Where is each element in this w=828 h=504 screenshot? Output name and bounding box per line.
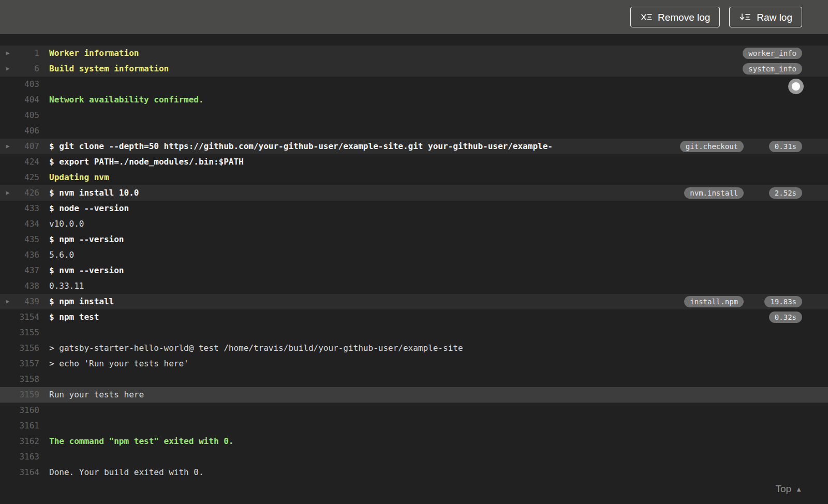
log-line: ▶ 406 xyxy=(0,123,828,139)
fold-toggle-icon[interactable]: ▶ xyxy=(0,61,16,77)
line-number[interactable]: 434 xyxy=(16,216,39,232)
top-link-label: Top xyxy=(775,483,791,495)
line-number[interactable]: 433 xyxy=(16,201,39,216)
log-line: ▶ 3161 xyxy=(0,418,828,434)
line-badges: git.checkout 0.31s xyxy=(680,141,802,152)
log-text: The command "npm test" exited with 0. xyxy=(49,434,802,449)
log-line: ▶ 424 $ export PATH=./node_modules/.bin:… xyxy=(0,154,828,170)
log-text: Updating nvm xyxy=(49,170,802,185)
log-text: $ nvm --version xyxy=(49,263,802,278)
line-number[interactable]: 407 xyxy=(16,139,39,154)
line-number[interactable]: 438 xyxy=(16,278,39,294)
log-text: Network availability confirmed. xyxy=(49,92,802,108)
fold-toggle-icon[interactable]: ▶ xyxy=(0,46,16,61)
log-line: ▶ 436 5.6.0 xyxy=(0,247,828,263)
line-number[interactable]: 3156 xyxy=(16,340,39,356)
fold-name-badge: install.npm xyxy=(684,296,744,307)
fold-name-badge: nvm.install xyxy=(684,187,744,199)
line-number[interactable]: 3155 xyxy=(16,325,39,340)
line-number[interactable]: 3157 xyxy=(16,356,39,372)
log-line: ▶ 3155 xyxy=(0,325,828,340)
line-number[interactable]: 425 xyxy=(16,170,39,185)
duration-badge: 0.31s xyxy=(769,141,802,152)
line-badges: install.npm 19.83s xyxy=(684,296,802,307)
fold-name-badge: worker_info xyxy=(743,48,802,59)
line-number[interactable]: 3161 xyxy=(16,418,39,434)
log-line: ▶ 404 Network availability confirmed. xyxy=(0,92,828,108)
log-line: ▶ 3158 xyxy=(0,372,828,387)
line-badges: system_info xyxy=(743,63,802,75)
log-line: ▶ 3156 > gatsby-starter-hello-world@ tes… xyxy=(0,340,828,356)
line-number[interactable]: 3159 xyxy=(16,387,39,403)
line-number[interactable]: 405 xyxy=(16,108,39,123)
log-line: ▶ 403 xyxy=(0,77,828,92)
line-number[interactable]: 404 xyxy=(16,92,39,108)
log-text: 0.33.11 xyxy=(49,278,802,294)
line-badges: worker_info xyxy=(743,48,802,59)
line-number[interactable]: 3160 xyxy=(16,403,39,418)
chevron-up-icon: ▲ xyxy=(795,485,802,493)
log-text: Done. Your build exited with 0. xyxy=(49,465,802,480)
line-number[interactable]: 1 xyxy=(16,46,39,61)
fold-toggle-icon[interactable]: ▶ xyxy=(0,139,16,154)
build-log: ▶ 1 Worker information worker_info ▶ 6 B… xyxy=(0,34,828,498)
log-line: ▶ 3159 Run your tests here xyxy=(0,387,828,403)
log-line: ▶ 405 xyxy=(0,108,828,123)
log-line: ▶ 437 $ nvm --version xyxy=(0,263,828,278)
log-line: ▶ 426 $ nvm install 10.0 nvm.install 2.5… xyxy=(0,185,828,201)
log-toolbar: Remove log Raw log xyxy=(0,0,828,34)
log-text: Build system information xyxy=(49,61,743,77)
line-number[interactable]: 3163 xyxy=(16,449,39,465)
fold-toggle-icon[interactable]: ▶ xyxy=(0,294,16,309)
line-number[interactable]: 435 xyxy=(16,232,39,247)
line-number[interactable]: 3154 xyxy=(16,309,39,325)
duration-badge: 19.83s xyxy=(764,296,802,307)
log-line: ▶ 1 Worker information worker_info xyxy=(0,46,828,61)
line-number[interactable]: 3158 xyxy=(16,372,39,387)
log-text: $ export PATH=./node_modules/.bin:$PATH xyxy=(49,154,802,170)
scroll-to-top-link[interactable]: Top ▲ xyxy=(0,480,828,498)
log-line: ▶ 3160 xyxy=(0,403,828,418)
log-text: $ npm --version xyxy=(49,232,802,247)
fold-toggle-icon[interactable]: ▶ xyxy=(0,185,16,201)
log-line: ▶ 433 $ node --version xyxy=(0,201,828,216)
log-line: ▶ 438 0.33.11 xyxy=(0,278,828,294)
log-line: ▶ 407 $ git clone --depth=50 https://git… xyxy=(0,139,828,154)
log-lines: ▶ 1 Worker information worker_info ▶ 6 B… xyxy=(0,46,828,480)
line-number[interactable]: 426 xyxy=(16,185,39,201)
line-number[interactable]: 406 xyxy=(16,123,39,139)
log-text: Worker information xyxy=(49,46,743,61)
log-text: $ git clone --depth=50 https://github.co… xyxy=(49,139,680,154)
fold-name-badge: git.checkout xyxy=(680,141,744,152)
line-badges: 0.32s xyxy=(744,312,802,323)
raw-log-button[interactable]: Raw log xyxy=(729,7,802,27)
log-line: ▶ 3162 The command "npm test" exited wit… xyxy=(0,434,828,449)
log-line: ▶ 6 Build system information system_info xyxy=(0,61,828,77)
duration-badge: 2.52s xyxy=(769,187,802,199)
log-line: ▶ 434 v10.0.0 xyxy=(0,216,828,232)
line-number[interactable]: 439 xyxy=(16,294,39,309)
duration-badge: 0.32s xyxy=(769,312,802,323)
raw-log-label: Raw log xyxy=(757,12,792,22)
line-number[interactable]: 3164 xyxy=(16,465,39,480)
log-text: > gatsby-starter-hello-world@ test /home… xyxy=(49,340,802,356)
log-text: 5.6.0 xyxy=(49,247,802,263)
download-raw-icon xyxy=(739,12,751,22)
remove-log-button[interactable]: Remove log xyxy=(630,7,720,27)
log-text: $ npm test xyxy=(49,309,744,325)
log-line: ▶ 3154 $ npm test 0.32s xyxy=(0,309,828,325)
line-badges: nvm.install 2.52s xyxy=(684,187,802,199)
log-line: ▶ 439 $ npm install install.npm 19.83s xyxy=(0,294,828,309)
line-number[interactable]: 437 xyxy=(16,263,39,278)
log-text: Run your tests here xyxy=(49,387,802,403)
log-text: $ node --version xyxy=(49,201,802,216)
line-number[interactable]: 6 xyxy=(16,61,39,77)
line-number[interactable]: 403 xyxy=(16,77,39,92)
log-text: > echo 'Run your tests here' xyxy=(49,356,802,372)
scrollbar-thumb[interactable] xyxy=(788,79,804,94)
line-number[interactable]: 436 xyxy=(16,247,39,263)
line-number[interactable]: 424 xyxy=(16,154,39,170)
line-number[interactable]: 3162 xyxy=(16,434,39,449)
remove-log-label: Remove log xyxy=(658,12,710,22)
log-text: $ nvm install 10.0 xyxy=(49,185,684,201)
